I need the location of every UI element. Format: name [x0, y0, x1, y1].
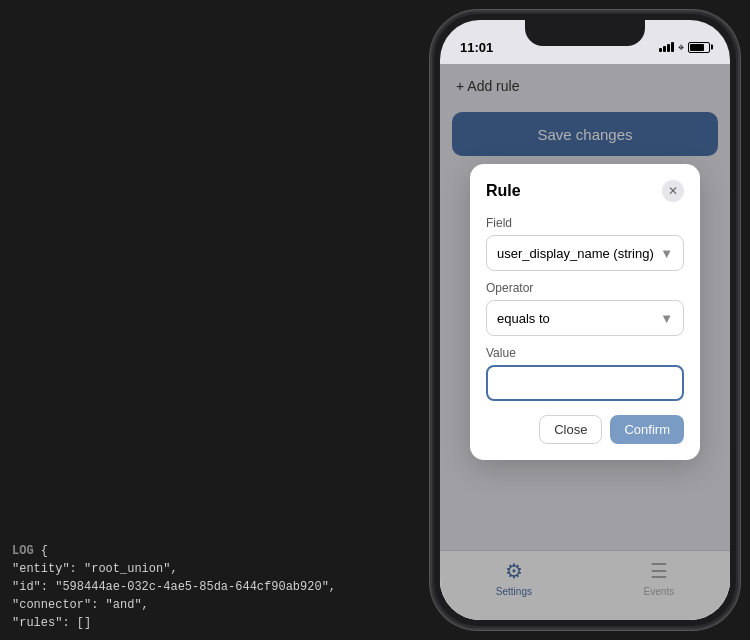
log-brace-open: {	[41, 544, 48, 558]
operator-select[interactable]: equals to ▼	[486, 300, 684, 336]
value-label: Value	[486, 346, 684, 360]
status-icons: ⌖	[659, 41, 710, 54]
modal-overlay: Rule ✕ Field user_display_name (string) …	[440, 64, 730, 620]
field-select[interactable]: user_display_name (string) ▼	[486, 235, 684, 271]
log-line-connector: "connector": "and",	[12, 598, 149, 612]
log-line-entity: "entity": "root_union",	[12, 562, 178, 576]
log-panel: LOG { "entity": "root_union", "id": "598…	[0, 534, 420, 640]
operator-select-value: equals to	[497, 311, 550, 326]
wifi-icon: ⌖	[678, 41, 684, 54]
field-label: Field	[486, 216, 684, 230]
operator-label: Operator	[486, 281, 684, 295]
modal-actions: Close Confirm	[486, 415, 684, 444]
modal-title: Rule	[486, 182, 521, 200]
field-chevron-icon: ▼	[660, 246, 673, 261]
phone-notch	[525, 20, 645, 46]
phone-screen: 11:01 ⌖ + Add rule	[440, 20, 730, 620]
app-content: + Add rule Save changes Rule ✕ Field	[440, 64, 730, 620]
battery-icon	[688, 42, 710, 53]
confirm-button[interactable]: Confirm	[610, 415, 684, 444]
phone-frame: 11:01 ⌖ + Add rule	[430, 10, 740, 630]
operator-chevron-icon: ▼	[660, 311, 673, 326]
signal-icon	[659, 42, 674, 52]
modal-header: Rule ✕	[486, 180, 684, 202]
modal-close-x-button[interactable]: ✕	[662, 180, 684, 202]
close-button[interactable]: Close	[539, 415, 602, 444]
field-select-value: user_display_name (string)	[497, 246, 654, 261]
log-line-id: "id": "598444ae-032c-4ae5-85da-644cf90ab…	[12, 580, 336, 594]
status-time: 11:01	[460, 40, 493, 55]
rule-modal: Rule ✕ Field user_display_name (string) …	[470, 164, 700, 460]
value-input[interactable]	[486, 365, 684, 401]
log-label: LOG	[12, 544, 34, 558]
log-line-rules: "rules": []	[12, 616, 91, 630]
